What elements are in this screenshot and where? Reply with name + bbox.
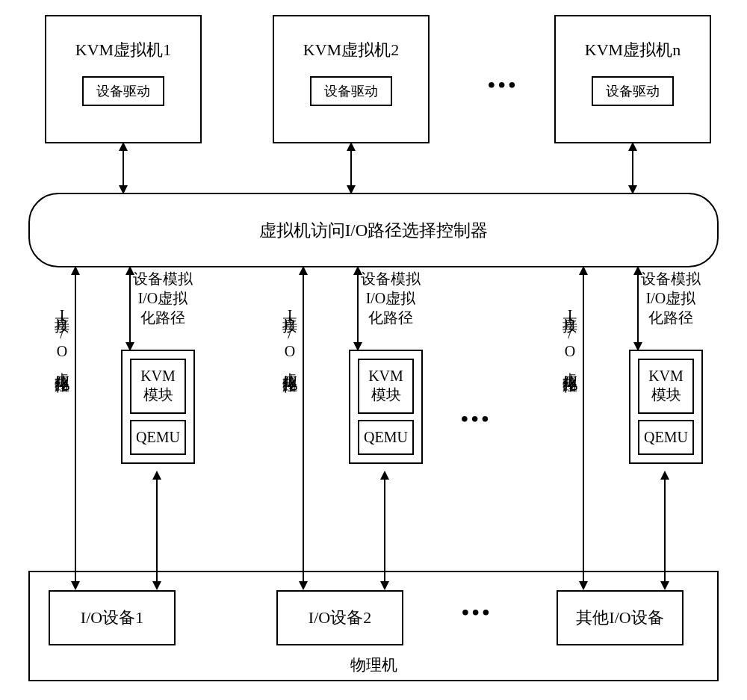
emu-line3: 化路径: [133, 308, 193, 327]
arrow-direct-1: [75, 267, 76, 589]
vm-box-2: KVM虚拟机2 设备驱动: [273, 15, 430, 143]
io-device-1: I/O设备1: [49, 590, 176, 645]
physical-label: 物理机: [350, 654, 397, 675]
arrow-head: [71, 266, 80, 275]
vm-dots: •••: [488, 73, 518, 97]
direct-path-label-2: 直接I/O虚拟化路径: [280, 304, 300, 368]
arrow-direct-2: [303, 267, 304, 589]
arrow-head: [152, 471, 161, 480]
emu-line1: 设备模拟: [133, 269, 193, 288]
kvm-module-2: KVM 模块: [358, 359, 414, 414]
driver-box-n: 设备驱动: [592, 76, 674, 106]
arrow-head: [125, 266, 134, 275]
physical-machine-box: I/O设备1 I/O设备2 ••• 其他I/O设备 物理机: [28, 571, 719, 681]
vm-title-2: KVM虚拟机2: [274, 16, 428, 76]
arrow-head: [628, 142, 637, 151]
emu-line2: I/O虚拟: [641, 288, 701, 308]
arrow-head: [353, 266, 362, 275]
emu-line2: I/O虚拟: [361, 288, 421, 308]
emu-line1: 设备模拟: [361, 269, 421, 288]
arrow-emu-top-1: [129, 267, 131, 350]
modules-box-2: KVM 模块 QEMU: [349, 350, 423, 464]
io-device-other: 其他I/O设备: [557, 590, 684, 645]
vm-title-n: KVM虚拟机n: [556, 16, 710, 76]
emu-line1: 设备模拟: [641, 269, 701, 288]
arrow-emu-top-n: [637, 267, 639, 350]
modules-box-1: KVM 模块 QEMU: [121, 350, 195, 464]
arrow-head: [380, 471, 389, 480]
arrow-head: [299, 266, 308, 275]
vm-box-n: KVM虚拟机n 设备驱动: [554, 15, 711, 143]
io-device-2: I/O设备2: [276, 590, 403, 645]
device-dots: •••: [462, 601, 492, 625]
modules-box-n: KVM 模块 QEMU: [629, 350, 703, 464]
emulation-path-label-1: 设备模拟 I/O虚拟 化路径: [133, 269, 193, 327]
emu-line3: 化路径: [641, 308, 701, 327]
arrow-head: [660, 471, 669, 480]
controller-box: 虚拟机访问I/O路径选择控制器: [28, 193, 719, 267]
arrow-direct-n: [583, 267, 584, 589]
qemu-module-2: QEMU: [358, 420, 414, 455]
arrow-head: [347, 142, 356, 151]
qemu-module-1: QEMU: [130, 420, 186, 455]
qemu-module-n: QEMU: [638, 420, 694, 455]
emulation-path-label-n: 设备模拟 I/O虚拟 化路径: [641, 269, 701, 327]
direct-path-label-1: 直接I/O虚拟化路径: [52, 304, 72, 368]
vm-box-1: KVM虚拟机1 设备驱动: [45, 15, 202, 143]
kvm-module-1: KVM 模块: [130, 359, 186, 414]
emu-line2: I/O虚拟: [133, 288, 193, 308]
emulation-path-label-2: 设备模拟 I/O虚拟 化路径: [361, 269, 421, 327]
controller-label: 虚拟机访问I/O路径选择控制器: [259, 219, 489, 242]
kvm-module-n: KVM 模块: [638, 359, 694, 414]
arrow-head: [633, 266, 642, 275]
driver-box-2: 设备驱动: [310, 76, 392, 106]
driver-box-1: 设备驱动: [82, 76, 164, 106]
vm-title-1: KVM虚拟机1: [46, 16, 200, 76]
path-dots: •••: [461, 407, 492, 431]
direct-path-label-n: 直接I/O虚拟化路径: [560, 304, 580, 368]
arrow-head: [579, 266, 588, 275]
emu-line3: 化路径: [361, 308, 421, 327]
arrow-head: [119, 142, 128, 151]
arrow-emu-top-2: [357, 267, 359, 350]
